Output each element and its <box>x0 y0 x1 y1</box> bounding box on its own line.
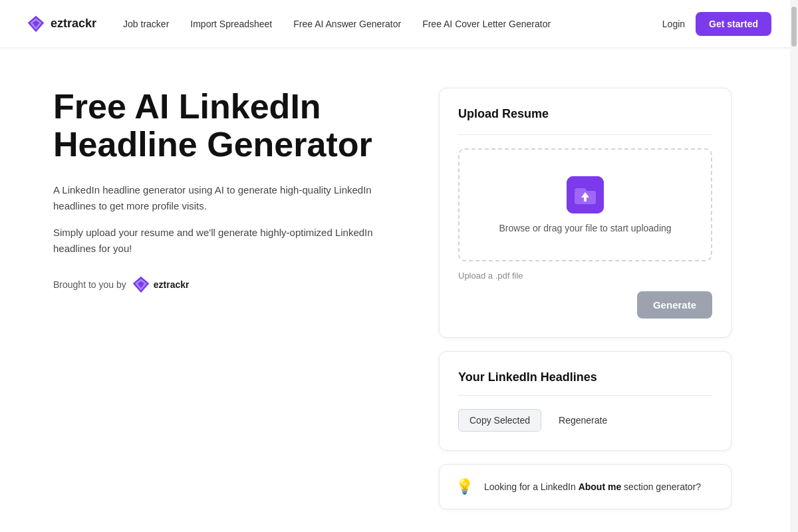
headlines-divider <box>458 395 712 396</box>
hero-subtitle-1: A LinkedIn headline generator using AI t… <box>53 182 399 214</box>
scrollbar[interactable] <box>790 0 798 532</box>
upload-card-divider <box>458 134 712 135</box>
nav-logo[interactable]: eztrackr <box>27 15 96 33</box>
brought-by: Brought to you by eztrackr <box>53 275 399 294</box>
login-link[interactable]: Login <box>662 19 685 29</box>
main-content: Free AI LinkedIn Headline Generator A Li… <box>0 48 798 532</box>
regenerate-button[interactable]: Regenerate <box>548 409 618 432</box>
brought-logo-text: eztrackr <box>154 279 190 290</box>
headlines-card: Your LinkedIn Headlines Copy Selected Re… <box>439 351 732 451</box>
get-started-button[interactable]: Get started <box>696 12 771 36</box>
right-section: Upload Resume Browse or drag your file t… <box>439 88 732 509</box>
hero-section: Free AI LinkedIn Headline Generator A Li… <box>53 88 399 294</box>
navbar: eztrackr Job tracker Import Spreadsheet … <box>0 0 798 48</box>
brought-logo: eztrackr <box>132 275 190 294</box>
upload-folder-icon-wrapper <box>567 176 604 213</box>
bottom-card-text: Looking for a LinkedIn About me section … <box>484 480 701 494</box>
scrollbar-thumb[interactable] <box>791 7 797 47</box>
upload-card: Upload Resume Browse or drag your file t… <box>439 88 732 338</box>
upload-folder-icon <box>572 182 598 208</box>
nav-links: Job tracker Import Spreadsheet Free AI A… <box>123 19 662 29</box>
nav-link-job-tracker[interactable]: Job tracker <box>123 19 169 29</box>
brought-logo-icon <box>132 275 150 294</box>
headlines-card-title: Your LinkedIn Headlines <box>458 370 712 384</box>
nav-link-ai-answer[interactable]: Free AI Answer Generator <box>293 19 401 29</box>
hero-title: Free AI LinkedIn Headline Generator <box>53 88 399 164</box>
bottom-teaser-card: 💡 Looking for a LinkedIn About me sectio… <box>439 464 732 509</box>
upload-text: Browse or drag your file to start upload… <box>499 223 671 233</box>
upload-card-title: Upload Resume <box>458 107 712 121</box>
hero-subtitle-2: Simply upload your resume and we'll gene… <box>53 225 399 257</box>
upload-hint: Upload a .pdf file <box>458 271 712 281</box>
logo-text: eztrackr <box>51 17 96 31</box>
bottom-looking-for: Looking for a LinkedIn <box>484 481 576 492</box>
nav-right: Login Get started <box>662 12 771 36</box>
logo-icon <box>27 15 45 33</box>
copy-selected-button[interactable]: Copy Selected <box>458 409 541 432</box>
brought-by-text: Brought to you by <box>53 279 126 290</box>
bottom-section-generator: section generator? <box>624 481 701 492</box>
upload-dropzone[interactable]: Browse or drag your file to start upload… <box>458 148 712 261</box>
lightbulb-icon: 💡 <box>456 478 473 495</box>
bottom-about-me: About me <box>579 481 622 492</box>
headlines-actions: Copy Selected Regenerate <box>458 409 712 432</box>
nav-link-ai-cover-letter[interactable]: Free AI Cover Letter Generator <box>422 19 551 29</box>
nav-link-import-spreadsheet[interactable]: Import Spreadsheet <box>190 19 272 29</box>
generate-button[interactable]: Generate <box>637 291 712 319</box>
